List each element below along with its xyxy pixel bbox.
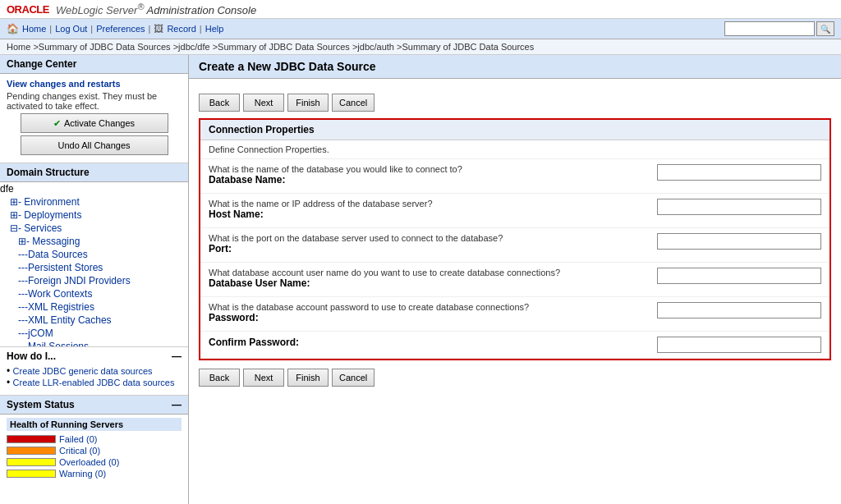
how-do-i-list: Create JDBC generic data sources Create … (7, 362, 182, 392)
system-status-collapse[interactable]: — (172, 399, 182, 410)
password-row: What is the database account password to… (200, 297, 830, 332)
tree-jcom[interactable]: ---jCOM (0, 327, 186, 340)
confirm-password-label: Confirm Password: (209, 337, 601, 351)
home-icon: 🏠 (7, 23, 19, 34)
sidebar: Change Center View changes and restarts … (0, 55, 189, 504)
db-user-label: Database User Name: (209, 277, 601, 291)
how-do-i-title: How do I... (7, 351, 56, 362)
system-status-content: Health of Running Servers Failed (0) Cri… (0, 415, 188, 483)
critical-link[interactable]: Critical (0) (59, 446, 100, 456)
password-question: What is the database account password to… (209, 302, 601, 312)
search-input[interactable] (724, 21, 815, 36)
logout-link[interactable]: Log Out (55, 24, 87, 34)
check-icon: ✔ (53, 118, 61, 129)
change-center-desc: Pending changes exist. They must be acti… (7, 91, 182, 111)
status-row-overloaded: Overloaded (0) (7, 457, 182, 467)
confirm-password-row: Confirm Password: (200, 332, 830, 359)
connection-properties-section: Connection Properties Define Connection … (199, 118, 831, 360)
tree-deployments[interactable]: ⊞- Deployments (0, 208, 186, 222)
db-user-row: What database account user name do you w… (200, 263, 830, 297)
confirm-password-input[interactable] (657, 337, 821, 353)
page-title: Create a New JDBC Data Source (199, 60, 831, 73)
view-changes-link[interactable]: View changes and restarts (7, 79, 182, 89)
status-row-failed: Failed (0) (7, 434, 182, 444)
tree-data-sources[interactable]: ---Data Sources (0, 248, 186, 261)
how-do-i-collapse[interactable]: — (172, 351, 182, 362)
tree-services[interactable]: ⊟- Services (0, 222, 186, 235)
domain-structure-header: Domain Structure (0, 163, 188, 182)
port-input[interactable] (657, 233, 821, 250)
tree-xml-entity-caches[interactable]: ---XML Entity Caches (0, 314, 186, 327)
system-status-title: System Status (7, 399, 75, 410)
undo-changes-button[interactable]: Undo All Changes (21, 135, 168, 155)
host-name-cell (609, 194, 830, 228)
tree-persistent-stores[interactable]: ---Persistent Stores (0, 261, 186, 274)
db-user-question: What database account user name do you w… (209, 268, 601, 277)
critical-bar (7, 447, 56, 455)
db-user-input[interactable] (657, 268, 821, 284)
content-header: Create a New JDBC Data Source (189, 55, 841, 79)
status-row-warning: Warning (0) (7, 469, 182, 479)
status-row-critical: Critical (0) (7, 446, 182, 456)
overloaded-bar (7, 458, 56, 466)
content-body: Back Next Finish Cancel Connection Prope… (189, 79, 841, 401)
db-name-input[interactable] (657, 164, 821, 181)
bottom-button-row: Back Next Finish Cancel (199, 369, 831, 387)
help-link[interactable]: Help (205, 24, 224, 34)
tree-xml-registries[interactable]: ---XML Registries (0, 300, 186, 314)
back-button-bottom[interactable]: Back (199, 369, 240, 387)
port-question: What is the port on the database server … (209, 233, 601, 243)
tree-work-contexts[interactable]: ---Work Contexts (0, 287, 186, 300)
health-label: Health of Running Servers (7, 418, 182, 431)
tree-domain: dfe (0, 182, 186, 195)
host-name-input[interactable] (657, 199, 821, 215)
db-name-row: What is the name of the database you wou… (200, 159, 830, 194)
how-do-i-section: How do I... — Create JDBC generic data s… (0, 347, 188, 396)
overloaded-link[interactable]: Overloaded (0) (59, 457, 119, 467)
host-name-row: What is the name or IP address of the da… (200, 194, 830, 228)
host-name-question: What is the name or IP address of the da… (209, 199, 601, 208)
warning-bar (7, 470, 56, 478)
next-button-top[interactable]: Next (243, 94, 284, 112)
finish-button-bottom[interactable]: Finish (287, 369, 329, 387)
system-status-header: System Status — (0, 396, 188, 415)
port-cell (609, 228, 830, 263)
search-box: 🔍 (724, 21, 834, 36)
weblogic-label: WebLogic Server® Administration Console (56, 2, 256, 16)
tree-messaging[interactable]: ⊞- Messaging (0, 235, 186, 248)
host-name-label: Host Name: (209, 208, 601, 222)
cancel-button-top[interactable]: Cancel (332, 94, 375, 112)
record-icon: 🖼 (154, 23, 163, 34)
search-button[interactable]: 🔍 (816, 21, 834, 36)
tree-environment[interactable]: ⊞- Environment (0, 195, 186, 208)
form-table: What is the name of the database you wou… (200, 159, 830, 359)
next-button-bottom[interactable]: Next (243, 369, 284, 387)
db-name-label: Database Name: (209, 174, 601, 188)
tree-foreign-jndi[interactable]: ---Foreign JNDI Providers (0, 274, 186, 287)
tree-mail-sessions[interactable]: ---Mail Sessions (0, 340, 186, 346)
warning-link[interactable]: Warning (0) (59, 469, 106, 479)
password-label: Password: (209, 312, 601, 326)
password-input[interactable] (657, 302, 821, 318)
domain-tree: dfe ⊞- Environment ⊞- Deployments ⊟- Ser… (0, 182, 188, 346)
system-status-section: System Status — Health of Running Server… (0, 396, 188, 483)
top-nav: 🏠 Home | Log Out | Preferences | 🖼 Recor… (0, 19, 841, 39)
create-jdbc-link[interactable]: Create JDBC generic data sources (13, 366, 153, 376)
section-title: Connection Properties (200, 120, 830, 140)
top-button-row: Back Next Finish Cancel (199, 94, 831, 112)
preferences-link[interactable]: Preferences (96, 24, 145, 34)
cancel-button-bottom[interactable]: Cancel (332, 369, 375, 387)
finish-button-top[interactable]: Finish (287, 94, 329, 112)
back-button-top[interactable]: Back (199, 94, 240, 112)
failed-link[interactable]: Failed (0) (59, 434, 97, 444)
app-header: ORACLE WebLogic Server® Administration C… (0, 0, 841, 19)
port-label: Port: (209, 243, 601, 257)
domain-structure: Domain Structure dfe ⊞- Environment ⊞- D… (0, 163, 188, 347)
activate-changes-button[interactable]: ✔ Activate Changes (21, 113, 168, 133)
record-link[interactable]: Record (167, 24, 195, 34)
db-name-cell (609, 159, 830, 194)
db-user-cell (609, 263, 830, 297)
breadcrumb: Home >Summary of JDBC Data Sources >jdbc… (0, 39, 841, 55)
home-link[interactable]: Home (22, 24, 46, 34)
create-llr-link[interactable]: Create LLR-enabled JDBC data sources (13, 378, 175, 387)
